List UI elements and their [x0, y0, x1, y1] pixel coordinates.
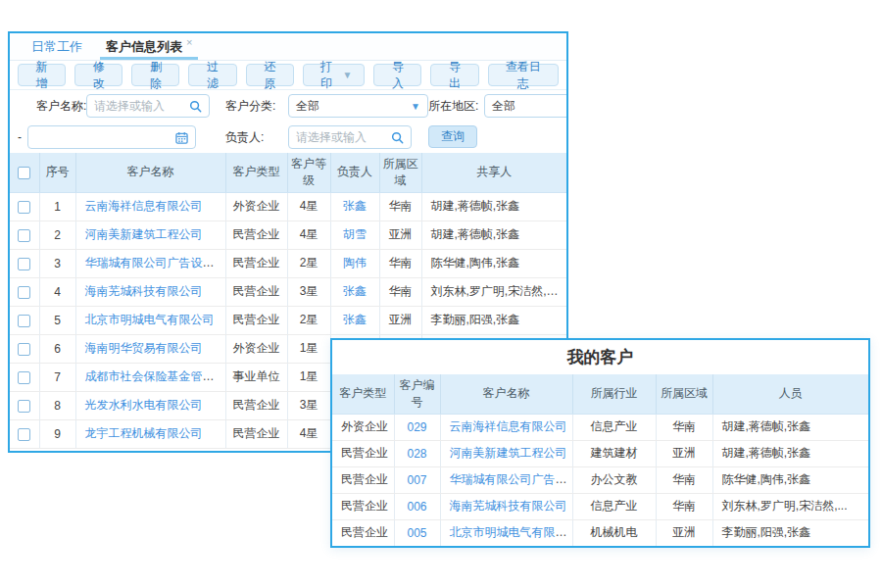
customer-code-link[interactable]: 029 [407, 420, 426, 434]
customer-name-link[interactable]: 云南海祥信息有限公司 [450, 419, 567, 433]
table-row: 5北京市明城电气有限公司民营企业2星张鑫亚洲李勤丽,阳强,张鑫 [10, 306, 566, 334]
row-checkbox-cell [10, 334, 39, 363]
calendar-icon[interactable] [175, 131, 188, 144]
serial-cell: 5 [39, 306, 75, 334]
customer-grade-cell: 1星 [287, 334, 330, 363]
customer-name-cell: 海南芜城科技有限公司 [75, 277, 225, 306]
add-button[interactable]: 新增 [18, 64, 66, 86]
column-header: 序号 [39, 153, 75, 192]
delete-button[interactable]: 删除 [131, 64, 179, 86]
customer-name-cell: 光发水利水电有限公司 [75, 391, 225, 419]
row-checkbox[interactable] [18, 343, 30, 356]
row-checkbox-cell [10, 249, 39, 277]
customer-grade-cell: 3星 [287, 277, 330, 306]
table-row: 民营企业006海南芜城科技有限公司信息产业华南刘东林,罗广明,宋洁然,... [332, 493, 868, 519]
customer-code-link[interactable]: 007 [407, 473, 426, 487]
column-header: 所属区域 [379, 153, 421, 192]
view-log-button[interactable]: 查看日志 [488, 64, 559, 86]
row-checkbox[interactable] [18, 400, 30, 413]
date-input[interactable] [27, 125, 196, 149]
customer-grade-cell: 4星 [287, 192, 330, 220]
customer-name-link[interactable]: 北京市明城电气有限公司 [450, 525, 573, 539]
customer-name-input[interactable]: 请选择或输入 [86, 94, 210, 118]
customer-name-link[interactable]: 华瑞城有限公司广告设计部 [450, 472, 573, 486]
column-header: 所属行业 [572, 374, 656, 414]
my-customers-table: 客户类型客户编号客户名称所属行业所属区域人员 外资企业029云南海祥信息有限公司… [332, 374, 868, 547]
import-button[interactable]: 导入 [373, 64, 421, 86]
region-cell: 华南 [379, 249, 421, 277]
customer-table-header: 序号客户名称客户类型客户等级负责人所属区域共享人 [10, 153, 566, 192]
row-checkbox[interactable] [18, 258, 30, 270]
filter-row-2: - 负责人: 请选择或输入 查询 [10, 122, 566, 153]
owner-link[interactable]: 张鑫 [343, 284, 367, 298]
customer-name-link[interactable]: 光发水利水电有限公司 [85, 398, 203, 412]
customer-name-cell: 华瑞城有限公司广告设计部 [75, 249, 225, 277]
region-cell: 亚洲 [379, 220, 421, 249]
row-checkbox[interactable] [18, 229, 30, 242]
close-icon[interactable]: × [186, 36, 192, 48]
owner-input[interactable]: 请选择或输入 [288, 125, 412, 149]
export-button[interactable]: 导出 [430, 64, 478, 86]
column-header: 负责人 [330, 153, 379, 192]
row-checkbox[interactable] [18, 315, 30, 327]
toolbar: 新增修改删除过滤还原打印▼导入导出查看日志 [10, 61, 566, 90]
customer-name-link[interactable]: 河南美新建筑工程公司 [450, 446, 567, 460]
print-button[interactable]: 打印▼ [303, 64, 366, 86]
column-header: 客户类型 [332, 374, 394, 414]
customer-name-link[interactable]: 北京市明城电气有限公司 [85, 313, 215, 326]
column-header: 客户类型 [225, 153, 287, 192]
customer-name-link[interactable]: 海南芜城科技有限公司 [85, 284, 203, 298]
restore-button[interactable]: 还原 [246, 64, 294, 86]
row-checkbox[interactable] [18, 286, 30, 299]
customer-category-select[interactable]: 全部 ▼ [288, 94, 428, 118]
tab-label: 日常工作 [31, 38, 82, 56]
owner-cell: 陶伟 [330, 249, 379, 277]
row-checkbox[interactable] [18, 428, 30, 441]
select-all-checkbox[interactable] [18, 167, 30, 179]
customer-type-cell: 外资企业 [225, 334, 287, 363]
edit-button[interactable]: 修改 [74, 64, 122, 86]
customer-type-cell: 民营企业 [225, 391, 287, 419]
owner-link[interactable]: 胡雪 [343, 227, 367, 241]
serial-cell: 1 [39, 192, 75, 220]
customer-name-link[interactable]: 成都市社会保险基金管理... [85, 369, 224, 383]
owner-link[interactable]: 张鑫 [343, 199, 367, 213]
column-header: 所属区域 [656, 374, 712, 414]
region-cell: 华南 [656, 414, 712, 440]
customer-name-link[interactable]: 海南芜城科技有限公司 [450, 499, 567, 513]
owner-link[interactable]: 张鑫 [343, 313, 367, 326]
search-button[interactable]: 查询 [428, 125, 477, 148]
customer-name-link[interactable]: 龙宇工程机械有限公司 [85, 426, 203, 440]
customer-code-cell: 006 [394, 493, 440, 519]
share-cell: 李勤丽,阳强,张鑫 [421, 306, 566, 334]
region-cell: 华南 [656, 466, 712, 493]
tab-daily-work[interactable]: 日常工作 [20, 33, 94, 60]
customer-code-cell: 005 [394, 519, 440, 546]
customer-code-link[interactable]: 005 [407, 526, 426, 540]
table-row: 3华瑞城有限公司广告设计部民营企业2星陶伟华南陈华健,陶伟,张鑫 [10, 249, 566, 277]
row-checkbox[interactable] [18, 201, 30, 214]
header-checkbox-cell [10, 153, 39, 192]
industry-cell: 办公文教 [572, 466, 656, 493]
my-customers-table-body: 外资企业029云南海祥信息有限公司信息产业华南胡建,蒋德帧,张鑫民营企业028河… [332, 414, 868, 546]
customer-name-cell: 华瑞城有限公司广告设计部 [440, 466, 572, 493]
owner-link[interactable]: 陶伟 [343, 256, 367, 270]
column-header: 客户编号 [394, 374, 440, 414]
row-checkbox[interactable] [18, 371, 30, 384]
customer-name-link[interactable]: 华瑞城有限公司广告设计部 [85, 256, 226, 270]
filter-button[interactable]: 过滤 [188, 64, 236, 86]
staff-cell: 胡建,蒋德帧,张鑫 [712, 440, 868, 466]
customer-name-cell: 海南芜城科技有限公司 [440, 493, 572, 519]
region-cell: 华南 [379, 277, 421, 306]
tab-customer-info-list[interactable]: 客户信息列表× [94, 33, 204, 60]
customer-name-link[interactable]: 海南明华贸易有限公司 [85, 341, 203, 355]
staff-cell: 陈华健,陶伟,张鑫 [712, 466, 868, 493]
column-header: 客户等级 [287, 153, 330, 192]
customer-type-cell: 事业单位 [225, 363, 287, 391]
customer-name-link[interactable]: 云南海祥信息有限公司 [85, 199, 203, 213]
customer-name-link[interactable]: 河南美新建筑工程公司 [85, 227, 203, 241]
customer-code-link[interactable]: 006 [407, 500, 426, 514]
customer-type-cell: 民营企业 [225, 220, 287, 249]
region-select[interactable]: 全部 [484, 94, 568, 118]
customer-code-link[interactable]: 028 [407, 447, 426, 461]
